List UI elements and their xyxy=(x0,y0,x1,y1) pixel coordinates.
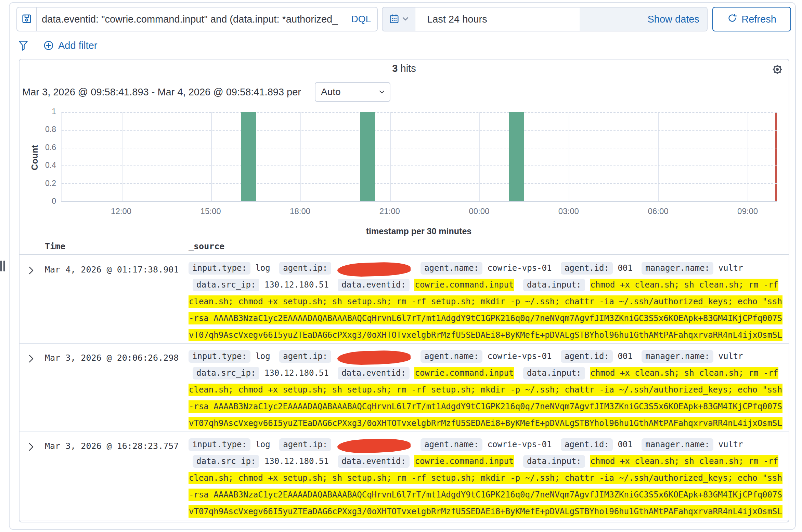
table-row: Mar 3, 2026 @ 16:28:23.757 input.type: l… xyxy=(20,432,789,520)
left-resize-handle[interactable] xyxy=(0,261,5,271)
x-tick-label: 03:00 xyxy=(558,207,579,216)
x-tick-label: 06:00 xyxy=(648,207,669,216)
y-tick-label: 0.8 xyxy=(29,125,56,134)
histogram-bar[interactable] xyxy=(360,112,375,201)
y-tick-label: 1 xyxy=(29,107,56,116)
table-row: Mar 4, 2026 @ 01:17:38.901 input.type: l… xyxy=(20,256,789,344)
highlighted-value: cowrie.command.input xyxy=(414,279,514,291)
y-tick-label: 0 xyxy=(29,197,56,206)
refresh-icon xyxy=(727,13,737,26)
time-range-end-marker xyxy=(775,112,777,201)
x-gridline xyxy=(122,112,122,201)
calendar-icon xyxy=(389,13,400,25)
field-name-badge: agent.id: xyxy=(561,350,613,363)
interval-select[interactable]: Auto xyxy=(315,82,390,102)
expand-cell xyxy=(20,344,45,431)
histogram-bar[interactable] xyxy=(241,112,256,201)
field-name-badge: agent.ip: xyxy=(279,262,331,275)
field-value: cowrie-vps-01 xyxy=(488,440,552,449)
y-gridline xyxy=(62,130,777,131)
x-tick-label: 12:00 xyxy=(111,207,131,216)
row-time: Mar 4, 2026 @ 01:17:38.901 xyxy=(45,256,189,343)
chevron-down-icon xyxy=(402,16,409,22)
expand-row-button[interactable] xyxy=(28,266,35,276)
expand-cell xyxy=(20,432,45,520)
field-name-badge: data.src_ip: xyxy=(193,455,259,468)
redaction-scribble xyxy=(337,350,411,365)
query-input[interactable]: data.eventid: "cowrie.command.input" and… xyxy=(37,8,377,31)
expand-row-button[interactable] xyxy=(28,442,35,452)
field-value: 130.12.180.51 xyxy=(264,280,329,290)
field-name-badge: manager.name: xyxy=(642,438,713,451)
show-dates-button[interactable]: Show dates xyxy=(580,8,707,31)
x-gridline xyxy=(479,112,480,201)
column-header-time[interactable]: Time xyxy=(45,241,65,251)
field-name-badge: data.eventid: xyxy=(338,367,410,380)
plus-circle-icon xyxy=(43,40,54,51)
filter-bar: Add filter xyxy=(18,38,99,53)
field-name-badge: agent.name: xyxy=(421,438,482,451)
y-gridline xyxy=(62,112,777,113)
x-tick-label: 00:00 xyxy=(469,207,489,216)
hits-number: 3 xyxy=(392,63,398,74)
x-gridline xyxy=(569,112,569,201)
field-name-badge: agent.ip: xyxy=(279,438,331,451)
histogram-results-panel: 3 hits Mar 3, 2026 @ 09:58:41.893 - Mar … xyxy=(19,59,789,522)
y-tick-label: 0.6 xyxy=(29,143,56,152)
redaction-scribble xyxy=(337,262,411,277)
chevron-right-icon xyxy=(28,359,35,364)
field-name-badge: agent.name: xyxy=(421,262,482,275)
column-header-source[interactable]: _source xyxy=(189,241,224,251)
field-value: 130.12.180.51 xyxy=(264,456,329,466)
field-name-badge: agent.name: xyxy=(421,350,482,363)
dql-language-button[interactable]: DQL xyxy=(351,14,371,25)
x-gridline xyxy=(300,112,301,201)
chart-header: Mar 3, 2026 @ 09:58:41.893 - Mar 4, 2026… xyxy=(22,82,390,102)
field-name-badge: agent.ip: xyxy=(279,350,331,363)
x-gridline xyxy=(211,112,212,201)
refresh-button[interactable]: Refresh xyxy=(712,7,791,31)
row-source: input.type: log agent.ip: agent.name: co… xyxy=(189,432,789,520)
chevron-right-icon xyxy=(28,271,35,276)
chevron-down-icon xyxy=(379,90,385,94)
y-gridline xyxy=(62,183,777,184)
field-value: log xyxy=(255,351,270,361)
x-axis-title: timestamp per 30 minutes xyxy=(61,226,777,236)
query-text: data.eventid: "cowrie.command.input" and… xyxy=(42,14,346,25)
redaction-scribble xyxy=(337,438,411,454)
histogram-plot xyxy=(61,112,777,202)
histogram-bar[interactable] xyxy=(509,112,524,201)
chart-time-range-label: Mar 3, 2026 @ 09:58:41.893 - Mar 4, 2026… xyxy=(22,87,301,98)
field-name-badge: data.input: xyxy=(523,367,585,380)
y-tick-label: 0.2 xyxy=(29,179,56,188)
highlighted-value: cowrie.command.input xyxy=(414,455,514,467)
x-gridline xyxy=(658,112,659,201)
y-tick-label: 0.4 xyxy=(29,161,56,170)
table-row: Mar 3, 2026 @ 20:06:26.298 input.type: l… xyxy=(20,344,789,432)
chevron-right-icon xyxy=(28,447,35,452)
gear-icon[interactable] xyxy=(772,64,783,76)
highlighted-value: cowrie.command.input xyxy=(414,367,514,379)
field-name-badge: data.input: xyxy=(523,455,585,468)
save-query-button[interactable] xyxy=(17,8,37,31)
field-value: vultr xyxy=(718,440,743,449)
add-filter-button[interactable]: Add filter xyxy=(41,40,99,52)
x-gridline xyxy=(390,112,391,201)
field-value: 001 xyxy=(618,440,632,449)
x-gridline xyxy=(748,112,748,201)
field-value: 001 xyxy=(618,263,632,273)
interval-value: Auto xyxy=(321,87,341,97)
time-range-value[interactable]: Last 24 hours xyxy=(415,8,580,31)
field-value: log xyxy=(255,440,270,449)
quick-select-date-button[interactable] xyxy=(383,8,415,31)
x-tick-label: 21:00 xyxy=(379,207,400,216)
field-name-badge: input.type: xyxy=(189,350,250,363)
field-value: cowrie-vps-01 xyxy=(488,263,552,273)
add-filter-label: Add filter xyxy=(58,40,97,51)
filter-funnel-icon[interactable] xyxy=(18,40,29,51)
field-name-badge: data.src_ip: xyxy=(193,279,259,291)
field-value: log xyxy=(255,263,270,273)
field-value: 130.12.180.51 xyxy=(264,368,329,378)
field-name-badge: agent.id: xyxy=(561,438,613,451)
expand-row-button[interactable] xyxy=(28,354,35,364)
